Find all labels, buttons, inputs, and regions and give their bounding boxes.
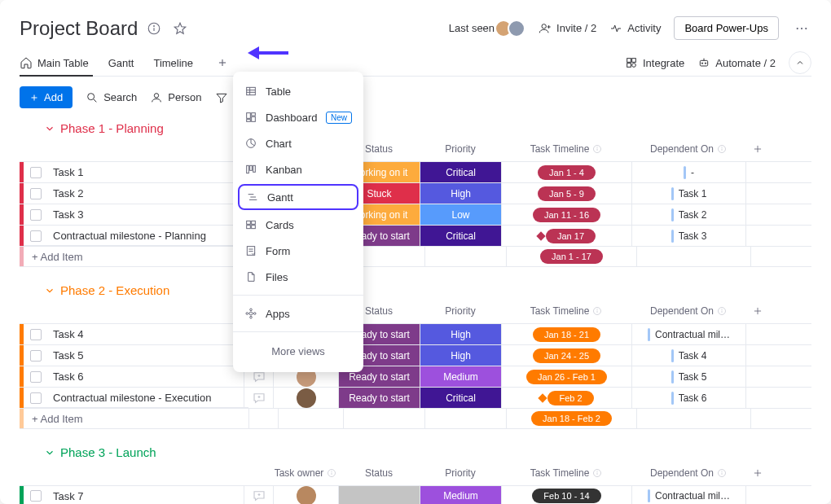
timeline-cell[interactable]: Jan 11 - 16 xyxy=(501,204,631,225)
tab-gantt[interactable]: Gantt xyxy=(108,50,134,76)
dependent-cell[interactable]: Contractual mil… xyxy=(631,324,745,344)
priority-cell[interactable]: Critical xyxy=(420,388,501,408)
priority-cell[interactable]: Critical xyxy=(420,162,501,182)
menu-chart[interactable]: Chart xyxy=(233,130,363,156)
add-column-button[interactable] xyxy=(745,305,770,317)
task-name[interactable]: Contractual milestone - Planning xyxy=(48,230,244,242)
dependent-cell[interactable]: Task 2 xyxy=(631,204,745,225)
powerups-button[interactable]: Board Power-Ups xyxy=(674,16,779,40)
table-row[interactable]: Task 3 Working on it Low Jan 11 - 16 Tas… xyxy=(20,204,811,225)
dependent-cell[interactable]: Task 3 xyxy=(631,226,745,246)
add-column-button[interactable] xyxy=(745,467,770,479)
integrate-button[interactable]: Integrate xyxy=(625,56,684,69)
row-checkbox[interactable] xyxy=(24,329,48,340)
group-title-phase1[interactable]: Phase 1 - Planning xyxy=(44,121,164,135)
menu-gantt[interactable]: Gantt xyxy=(238,184,358,210)
col-dependent[interactable]: Dependent On xyxy=(631,143,745,155)
row-checkbox[interactable] xyxy=(24,209,48,221)
add-item-button[interactable]: + Add Item xyxy=(24,245,248,268)
menu-cards[interactable]: Cards xyxy=(233,212,363,238)
col-dependent[interactable]: Dependent On xyxy=(631,467,745,479)
row-checkbox[interactable] xyxy=(24,490,48,502)
task-name[interactable]: Task 3 xyxy=(48,208,244,221)
priority-cell[interactable]: Medium xyxy=(420,486,501,504)
owner-cell[interactable] xyxy=(273,388,338,408)
row-checkbox[interactable] xyxy=(24,371,48,383)
table-row[interactable]: Task 6 Ready to start Medium Jan 26 - Fe… xyxy=(20,366,811,387)
task-name[interactable]: Task 7 xyxy=(48,490,244,502)
col-priority[interactable]: Priority xyxy=(420,305,501,317)
task-name[interactable]: Task 2 xyxy=(48,187,244,199)
status-cell[interactable]: Ready to start xyxy=(338,388,420,408)
collapse-button[interactable] xyxy=(789,51,811,74)
task-name[interactable]: Task 6 xyxy=(48,370,244,383)
message-icon[interactable] xyxy=(244,486,273,504)
table-row[interactable]: Contractual milestone - Planning Ready t… xyxy=(20,225,811,246)
more-icon[interactable] xyxy=(792,19,811,38)
row-checkbox[interactable] xyxy=(24,350,48,362)
table-row[interactable]: Contractual milestone - Execution Ready … xyxy=(20,387,811,408)
task-name[interactable]: Task 5 xyxy=(48,349,244,362)
timeline-cell[interactable]: Feb 2 xyxy=(501,388,631,408)
task-name[interactable]: Task 4 xyxy=(48,328,244,340)
task-name[interactable]: Contractual milestone - Execution xyxy=(48,392,244,404)
more-views[interactable]: More views xyxy=(233,337,363,366)
info-icon[interactable] xyxy=(144,19,164,38)
timeline-cell[interactable]: Jan 24 - 25 xyxy=(501,345,631,366)
priority-cell[interactable]: Low xyxy=(420,204,501,225)
col-owner[interactable]: Task owner xyxy=(273,467,338,479)
group-title-phase3[interactable]: Phase 3 - Launch xyxy=(44,445,156,459)
table-row[interactable]: Task 1 Working on it Critical Jan 1 - 4 … xyxy=(20,161,811,182)
timeline-cell[interactable]: Jan 17 xyxy=(501,226,631,246)
table-row[interactable]: Task 7 Medium Feb 10 - 14 Contractual mi… xyxy=(20,485,811,504)
col-priority[interactable]: Priority xyxy=(420,143,501,155)
person-tool[interactable]: Person xyxy=(150,91,201,104)
search-tool[interactable]: Search xyxy=(86,91,137,104)
tab-main-table[interactable]: Main Table xyxy=(20,50,89,76)
timeline-cell[interactable]: Jan 26 - Feb 1 xyxy=(501,366,631,387)
priority-cell[interactable]: High xyxy=(420,324,501,344)
owner-cell[interactable] xyxy=(273,486,338,504)
task-name[interactable]: Task 1 xyxy=(48,166,244,178)
menu-kanban[interactable]: Kanban xyxy=(233,156,363,182)
table-row[interactable]: Task 2 Stuck High Jan 5 - 9 Task 1 xyxy=(20,182,811,204)
dependent-cell[interactable]: Task 4 xyxy=(631,345,745,366)
dependent-cell[interactable]: Task 1 xyxy=(631,183,745,204)
col-timeline[interactable]: Task Timeline xyxy=(501,467,631,479)
automate-button[interactable]: Automate / 2 xyxy=(697,56,776,69)
star-icon[interactable] xyxy=(170,19,190,38)
col-timeline[interactable]: Task Timeline xyxy=(501,305,631,317)
message-icon[interactable] xyxy=(244,388,273,408)
dependent-cell[interactable]: Contractual mil… xyxy=(631,486,745,504)
timeline-cell[interactable]: Feb 10 - 14 xyxy=(501,486,631,504)
dependent-cell[interactable]: Task 5 xyxy=(631,366,745,387)
table-row[interactable]: Task 4 Ready to start High Jan 18 - 21 C… xyxy=(20,323,811,344)
group-title-phase2[interactable]: Phase 2 - Execution xyxy=(44,283,169,297)
status-cell[interactable] xyxy=(338,486,420,504)
col-status[interactable]: Status xyxy=(338,467,420,479)
tab-timeline[interactable]: Timeline xyxy=(153,50,193,76)
priority-cell[interactable]: Medium xyxy=(420,366,501,387)
menu-form[interactable]: Form xyxy=(233,238,363,264)
menu-dashboard[interactable]: DashboardNew xyxy=(233,104,363,130)
table-row[interactable]: Task 5 Ready to start High Jan 24 - 25 T… xyxy=(20,344,811,366)
menu-files[interactable]: Files xyxy=(233,264,363,290)
row-checkbox[interactable] xyxy=(24,230,48,242)
menu-table[interactable]: Table xyxy=(233,78,363,104)
board-title[interactable]: Project Board xyxy=(20,17,138,40)
priority-cell[interactable]: Critical xyxy=(420,226,501,246)
priority-cell[interactable]: High xyxy=(420,345,501,366)
timeline-cell[interactable]: Jan 18 - 21 xyxy=(501,324,631,344)
dependent-cell[interactable]: - xyxy=(631,162,745,182)
dependent-cell[interactable]: Task 6 xyxy=(631,388,745,408)
col-timeline[interactable]: Task Timeline xyxy=(501,143,631,155)
add-column-button[interactable] xyxy=(745,143,770,155)
priority-cell[interactable]: High xyxy=(420,183,501,204)
invite-button[interactable]: Invite / 2 xyxy=(539,22,596,35)
last-seen[interactable]: Last seen xyxy=(449,20,525,37)
timeline-cell[interactable]: Jan 5 - 9 xyxy=(501,183,631,204)
activity-button[interactable]: Activity xyxy=(609,22,661,35)
col-priority[interactable]: Priority xyxy=(420,467,501,479)
row-checkbox[interactable] xyxy=(24,188,48,199)
timeline-cell[interactable]: Jan 1 - 4 xyxy=(501,162,631,182)
